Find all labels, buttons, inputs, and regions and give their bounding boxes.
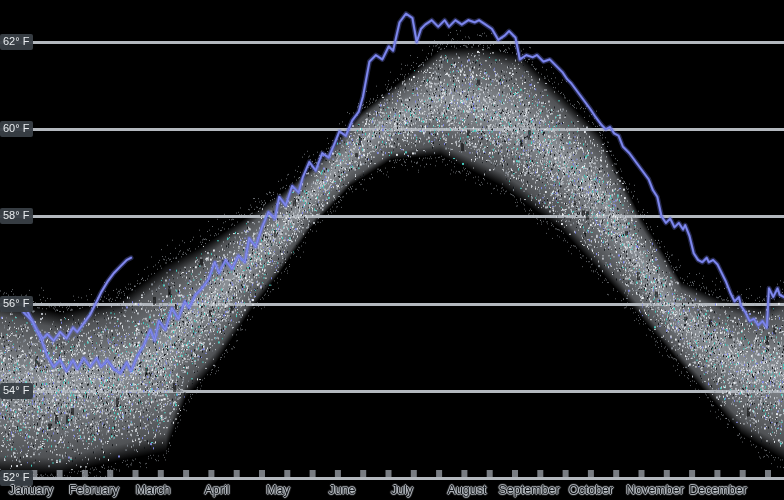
month-label-november: November [626,483,684,498]
month-label-may: May [266,483,290,498]
y-axis-label-62f: 62° F [0,34,33,50]
month-label-july: July [391,483,413,498]
y-axis-label-58f: 58° F [0,208,33,224]
month-label-february: February [69,483,119,498]
y-axis-label-54f: 54° F [0,383,33,399]
month-label-january: January [9,483,53,498]
y-axis-label-60f: 60° F [0,121,33,137]
y-axis-label-56f: 56° F [0,296,33,312]
month-label-august: August [448,483,487,498]
month-label-march: March [136,483,171,498]
month-label-december: December [689,483,747,498]
temperature-chart: 62° F 60° F 58° F 56° F 54° F 52° F Janu… [0,0,784,500]
month-label-april: April [204,483,229,498]
month-label-june: June [328,483,355,498]
temperature-chart-canvas [0,0,784,500]
month-label-october: October [569,483,613,498]
month-label-september: September [498,483,559,498]
